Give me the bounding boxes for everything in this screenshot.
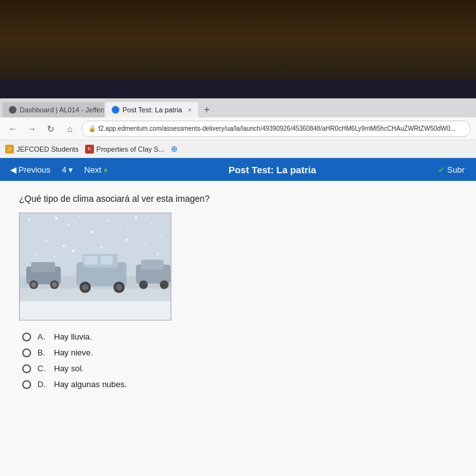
option-c-letter: C. <box>37 364 48 373</box>
bookmark-properties-label: Properties of Clay S... <box>96 145 164 153</box>
question-number-display[interactable]: 4 ▾ <box>62 165 73 175</box>
option-d-text: Hay algunas nubes. <box>54 380 127 389</box>
question-number: 4 <box>62 165 67 175</box>
option-d-letter: D. <box>37 380 48 389</box>
option-c[interactable]: C. Hay sol. <box>22 364 457 373</box>
ssl-lock-icon: 🔒 <box>88 125 96 132</box>
home-button[interactable]: ⌂ <box>62 121 77 136</box>
snow-scene-svg <box>20 213 171 320</box>
posttest-favicon <box>112 106 119 114</box>
camera-photo-area <box>0 0 476 98</box>
new-tab-button[interactable]: + <box>199 102 215 117</box>
option-a[interactable]: A. Hay lluvia. <box>22 332 457 341</box>
tab-dashboard-label: Dashboard | AL014 - Jefferson C <box>20 106 104 114</box>
radio-b[interactable] <box>22 348 31 357</box>
refresh-button[interactable]: ↻ <box>43 121 58 136</box>
bookmarks-bar: J JEFCOED Students h Properties of Clay … <box>0 140 476 158</box>
radio-a[interactable] <box>22 333 31 341</box>
url-bar[interactable]: 🔒 f2.app.edmentum.com/assessments-delive… <box>81 121 471 137</box>
bookmark-extra[interactable]: ⊕ <box>171 144 178 154</box>
option-d[interactable]: D. Hay algunas nubes. <box>22 380 457 389</box>
tab-posttest-label: Post Test: La patria <box>122 106 182 114</box>
next-button[interactable]: Next ● <box>81 162 112 177</box>
forward-button[interactable]: → <box>24 121 39 136</box>
submit-label: Subr <box>447 165 465 175</box>
option-a-letter: A. <box>37 332 48 341</box>
svg-rect-42 <box>20 213 170 320</box>
question-image <box>19 213 171 321</box>
option-b-text: Hay nieve. <box>54 348 93 357</box>
question-text: ¿Qué tipo de clima asociará al ver esta … <box>19 194 457 204</box>
bookmark-jefcoed-label: JEFCOED Students <box>17 145 79 153</box>
prev-arrow-icon: ◀ <box>10 165 17 175</box>
submit-check-icon: ✔ <box>438 165 445 175</box>
next-check-icon: ● <box>103 165 109 175</box>
option-a-text: Hay lluvia. <box>54 332 92 341</box>
option-c-text: Hay sol. <box>54 364 84 373</box>
dashboard-favicon <box>9 106 17 114</box>
quiz-title: Post Test: La patria <box>117 164 427 175</box>
radio-d[interactable] <box>22 380 31 389</box>
tab-dashboard[interactable]: Dashboard | AL014 - Jefferson C × <box>3 102 104 117</box>
url-text: f2.app.edmentum.com/assessments-delivery… <box>98 125 456 132</box>
browser-window: Dashboard | AL014 - Jefferson C × Post T… <box>0 98 476 476</box>
radio-c[interactable] <box>22 364 31 373</box>
address-bar: ← → ↻ ⌂ 🔒 f2.app.edmentum.com/assessment… <box>0 117 476 140</box>
bookmark-jefcoed[interactable]: J JEFCOED Students <box>5 145 79 154</box>
chevron-down-icon: ▾ <box>69 165 73 175</box>
next-label: Next <box>84 165 102 175</box>
tab-posttest[interactable]: Post Test: La patria × <box>105 102 198 117</box>
previous-label: Previous <box>18 165 51 175</box>
submit-button[interactable]: ✔ Subr <box>433 162 470 177</box>
close-tab-posttest[interactable]: × <box>188 107 192 114</box>
bookmark-properties[interactable]: h Properties of Clay S... <box>85 145 164 154</box>
option-b-letter: B. <box>37 348 48 357</box>
main-content: ¿Qué tipo de clima asociará al ver esta … <box>0 181 476 476</box>
options-list: A. Hay lluvia. B. Hay nieve. C. Hay sol.… <box>22 332 457 389</box>
properties-icon: h <box>85 145 94 154</box>
quiz-toolbar: ◀ Previous 4 ▾ Next ● Post Test: La patr… <box>0 158 476 181</box>
tab-bar: Dashboard | AL014 - Jefferson C × Post T… <box>0 98 476 117</box>
previous-button[interactable]: ◀ Previous <box>6 162 55 177</box>
back-button[interactable]: ← <box>5 121 20 136</box>
jefcoed-icon: J <box>5 145 14 154</box>
option-b[interactable]: B. Hay nieve. <box>22 348 457 357</box>
